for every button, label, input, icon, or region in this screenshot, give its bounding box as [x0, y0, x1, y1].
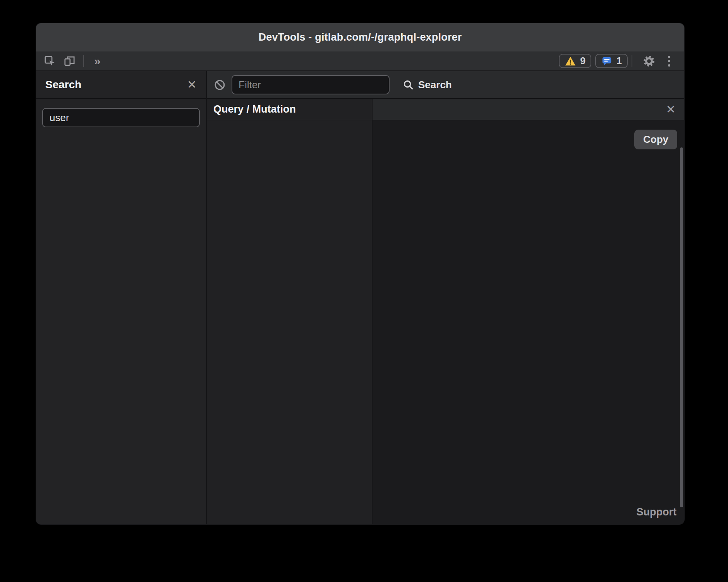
inspect-element-icon[interactable] [40, 51, 60, 70]
issues-badge[interactable]: 1 [595, 54, 628, 68]
more-options-kebab-icon[interactable] [662, 51, 676, 70]
window-title: DevTools - gitlab.com/-/graphql-explorer [258, 31, 462, 43]
search-panel: Search ✕ user [36, 71, 207, 524]
filter-bar: Filter Search [207, 71, 684, 99]
query-mutation-panel: Query / Mutation [207, 99, 373, 524]
response-panel: ✕ Copy Support [373, 99, 684, 524]
devtools-toolbar: » 9 1 [36, 51, 684, 71]
filter-placeholder: Filter [239, 79, 261, 91]
content-split: Query / Mutation ✕ Copy Support [207, 99, 684, 524]
panels-container: Search ✕ user Filter [36, 71, 684, 524]
search-toggle-label: Search [418, 79, 452, 91]
traffic-lights [50, 33, 91, 42]
message-icon [601, 55, 613, 67]
search-panel-header: Search ✕ [36, 71, 206, 99]
filter-input[interactable]: Filter [232, 75, 390, 94]
close-search-icon[interactable]: ✕ [187, 79, 197, 91]
search-query-text: user [50, 112, 69, 124]
minimize-window-button[interactable] [66, 33, 75, 42]
search-panel-title: Search [45, 79, 187, 91]
response-tabs: ✕ [373, 99, 684, 120]
toolbar-spacer [107, 51, 555, 70]
toolbar-divider [632, 55, 632, 67]
toolbar-divider [83, 55, 84, 67]
copy-button[interactable]: Copy [634, 130, 677, 149]
close-response-icon[interactable]: ✕ [666, 104, 676, 115]
device-toolbar-icon[interactable] [60, 51, 79, 70]
support-link[interactable]: Support [637, 506, 676, 518]
search-input[interactable]: user [42, 108, 200, 127]
titlebar: DevTools - gitlab.com/-/graphql-explorer [36, 23, 684, 51]
search-toggle[interactable]: Search [402, 79, 452, 91]
close-response-pane-wrap: ✕ [658, 99, 684, 120]
warning-icon [565, 56, 576, 67]
query-mutation-header: Query / Mutation [207, 99, 372, 120]
clear-log-icon[interactable] [214, 79, 226, 91]
close-window-button[interactable] [50, 33, 59, 42]
response-raw-content: Copy Support [373, 120, 684, 524]
message-count: 1 [616, 55, 622, 67]
devtools-window: DevTools - gitlab.com/-/graphql-explorer… [36, 23, 684, 524]
search-icon [402, 79, 414, 91]
zoom-window-button[interactable] [82, 33, 91, 42]
response-scrollbar[interactable] [680, 147, 683, 507]
search-results-list [36, 130, 206, 524]
settings-gear-icon[interactable] [636, 51, 662, 70]
warning-count: 9 [580, 55, 585, 67]
warnings-badge[interactable]: 9 [559, 54, 591, 68]
more-tabs-chevron[interactable]: » [88, 51, 107, 70]
query-list [207, 120, 372, 121]
network-area: Filter Search Query / Mutation [207, 71, 684, 524]
